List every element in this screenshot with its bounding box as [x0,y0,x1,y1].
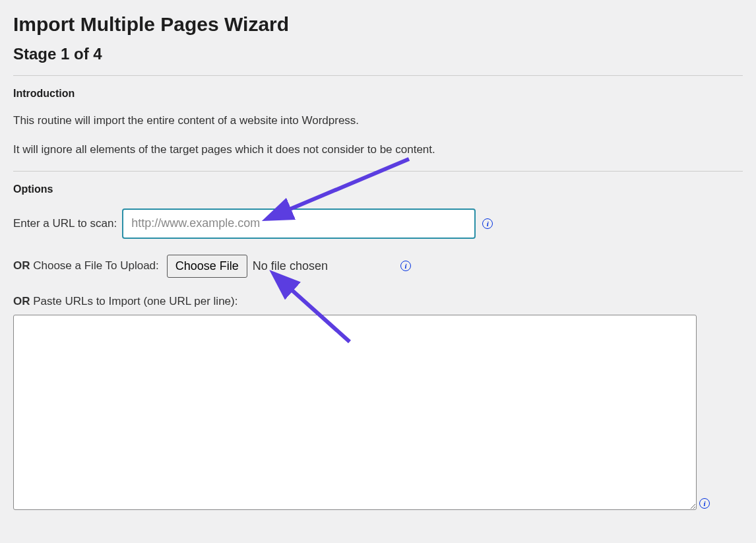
introduction-text-2: It will ignore all elements of the targe… [13,142,743,158]
info-icon[interactable]: i [699,498,710,509]
paste-urls-label: OR Paste URLs to Import (one URL per lin… [13,295,738,308]
page-title: Import Multiple Pages Wizard [13,13,743,36]
url-input[interactable] [122,208,476,239]
introduction-text-1: This routine will import the entire cont… [13,113,743,129]
divider [13,171,743,172]
file-label: OR Choose a File To Upload: [13,259,159,272]
info-icon[interactable]: i [482,218,493,229]
url-row: Enter a URL to scan: i [13,208,743,239]
options-heading: Options [13,183,743,195]
info-icon[interactable]: i [400,261,411,271]
or-text: OR [13,259,30,272]
or-text: OR [13,295,30,307]
file-status-text: No file chosen [253,259,328,273]
file-row: OR Choose a File To Upload: Choose File … [13,255,743,278]
paste-urls-row: OR Paste URLs to Import (one URL per lin… [13,295,743,510]
paste-urls-textarea[interactable] [13,315,697,510]
divider [13,75,743,76]
introduction-heading: Introduction [13,88,743,100]
choose-file-button[interactable]: Choose File [167,255,247,278]
stage-heading: Stage 1 of 4 [13,45,743,63]
url-label: Enter a URL to scan: [13,217,117,230]
